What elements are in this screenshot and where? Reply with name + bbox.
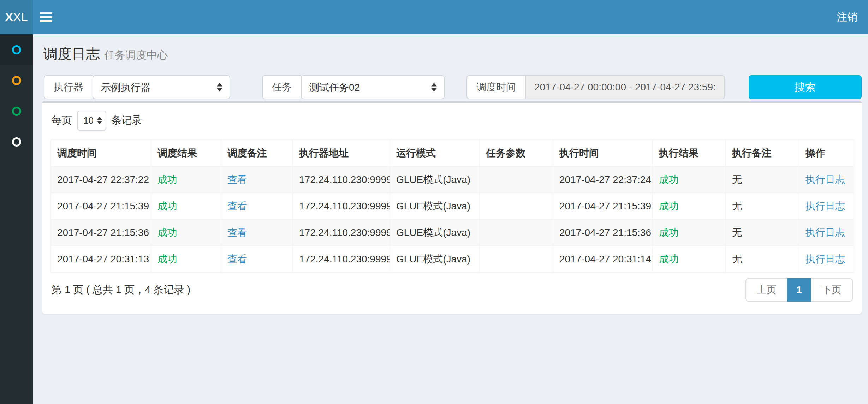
glue-type-cell: GLUE模式(Java) [390,246,480,272]
log-table: 调度时间 调度结果 调度备注 执行器地址 运行模式 任务参数 执行时间 执行结果… [50,139,854,273]
sidebar-item[interactable] [0,34,33,65]
page-size-select[interactable]: 10 [77,111,106,131]
view-trigger-msg-link[interactable]: 查看 [227,227,247,238]
hamburger-icon [40,12,52,22]
sidebar-item[interactable] [0,126,33,157]
page-size-prefix-label: 每页 [52,113,72,127]
job-select[interactable]: 测试任务02 [301,75,445,99]
trigger-time-range-input[interactable] [525,75,725,99]
glue-type-cell: GLUE模式(Java) [390,193,480,219]
executor-filter-group: 执行器 示例执行器 [44,75,230,99]
trigger-result-cell: 成功 [151,246,221,272]
table-footer: 第 1 页 ( 总共 1 页，4 条记录 ) 上页 1 下页 [50,278,854,302]
col-executor-address: 执行器地址 [293,140,390,166]
sidebar-item[interactable] [0,65,33,96]
glue-type-cell: GLUE模式(Java) [390,166,480,193]
executor-filter-label: 执行器 [44,75,93,99]
page-subtitle: 任务调度中心 [104,49,168,61]
job-param-cell [480,246,553,272]
trigger-time-cell: 2017-04-27 21:15:39 [51,193,151,219]
col-trigger-msg: 调度备注 [221,140,293,166]
execution-log-link[interactable]: 执行日志 [805,254,845,265]
handle-result-cell: 成功 [653,246,726,272]
page-title: 调度日志任务调度中心 [43,45,862,64]
handle-time-cell: 2017-04-27 21:15:39 [553,193,653,219]
top-navbar: XXL 注销 [0,0,868,34]
col-job-param: 任务参数 [480,140,553,166]
execution-log-link[interactable]: 执行日志 [805,227,845,238]
app-logo[interactable]: XXL [0,0,33,34]
next-page-button[interactable]: 下页 [810,278,853,302]
col-handle-result: 执行结果 [653,140,726,166]
col-handle-time: 执行时间 [553,140,653,166]
time-filter-label: 调度时间 [466,75,525,99]
view-trigger-msg-link[interactable]: 查看 [227,201,247,212]
page-title-text: 调度日志 [43,46,100,61]
col-glue-type: 运行模式 [390,140,480,166]
trigger-time-cell: 2017-04-27 21:15:36 [51,219,151,246]
table-row: 2017-04-27 20:31:13 成功 查看 172.24.110.230… [51,246,854,272]
table-row: 2017-04-27 22:37:22 成功 查看 172.24.110.230… [51,166,854,193]
circle-icon [12,137,21,147]
logo-text-bold: X [5,10,13,24]
handle-time-cell: 2017-04-27 20:31:14 [553,246,653,272]
trigger-time-cell: 2017-04-27 20:31:13 [51,246,151,272]
trigger-result-cell: 成功 [151,219,221,246]
trigger-time-cell: 2017-04-27 22:37:22 [51,166,151,193]
col-trigger-time: 调度时间 [51,140,151,166]
time-filter-group: 调度时间 [466,75,725,99]
sidebar-toggle-button[interactable] [33,0,59,34]
executor-address-cell: 172.24.110.230:9999 [293,166,390,193]
handle-result-cell: 成功 [653,166,726,193]
job-filter-label: 任务 [262,75,301,99]
job-select-control[interactable]: 测试任务02 [302,76,444,99]
circle-icon [12,107,21,116]
execution-log-link[interactable]: 执行日志 [805,174,845,185]
job-param-cell [480,193,553,219]
job-param-cell [480,219,553,246]
execution-log-link[interactable]: 执行日志 [805,201,845,212]
executor-select-control[interactable]: 示例执行器 [93,76,230,99]
job-param-cell [480,166,553,193]
pagination: 上页 1 下页 [745,278,853,302]
main-content: 调度日志任务调度中心 执行器 示例执行器 任务 测试任务02 调度时间 搜索 每… [33,34,868,404]
table-row: 2017-04-27 21:15:39 成功 查看 172.24.110.230… [51,193,854,219]
circle-icon [12,76,21,85]
table-header-row: 调度时间 调度结果 调度备注 执行器地址 运行模式 任务参数 执行时间 执行结果… [51,140,854,166]
search-button[interactable]: 搜索 [749,75,862,99]
handle-result-cell: 成功 [653,219,726,246]
view-trigger-msg-link[interactable]: 查看 [227,174,247,185]
logout-link[interactable]: 注销 [826,0,868,34]
executor-address-cell: 172.24.110.230:9999 [293,219,390,246]
page-size-row: 每页 10 条记录 [52,110,854,131]
handle-time-cell: 2017-04-27 21:15:36 [553,219,653,246]
executor-select[interactable]: 示例执行器 [93,75,230,99]
content-header: 调度日志任务调度中心 [33,34,868,64]
pagination-summary: 第 1 页 ( 总共 1 页，4 条记录 ) [52,283,190,297]
handle-time-cell: 2017-04-27 22:37:24 [553,166,653,193]
handle-msg-cell: 无 [726,166,799,193]
handle-result-cell: 成功 [653,193,726,219]
handle-msg-cell: 无 [726,219,799,246]
col-trigger-result: 调度结果 [151,140,221,166]
handle-msg-cell: 无 [726,193,799,219]
view-trigger-msg-link[interactable]: 查看 [227,254,247,265]
filter-toolbar: 执行器 示例执行器 任务 测试任务02 调度时间 搜索 [44,75,862,99]
page-size-suffix-label: 条记录 [111,113,142,127]
executor-address-cell: 172.24.110.230:9999 [293,246,390,272]
current-page-button[interactable]: 1 [787,278,811,302]
page-size-select-control[interactable]: 10 [78,111,106,130]
handle-msg-cell: 无 [726,246,799,272]
sidebar [0,34,33,404]
log-panel: 每页 10 条记录 调度时间 调度结果 调度备注 执行器地址 运行模式 任务参数… [42,101,862,314]
executor-address-cell: 172.24.110.230:9999 [293,193,390,219]
prev-page-button[interactable]: 上页 [745,278,788,302]
job-filter-group: 任务 测试任务02 [262,75,445,99]
logo-text: XL [13,10,28,24]
sidebar-item[interactable] [0,96,33,126]
circle-icon [12,45,21,54]
glue-type-cell: GLUE模式(Java) [390,219,480,246]
trigger-result-cell: 成功 [151,166,221,193]
table-row: 2017-04-27 21:15:36 成功 查看 172.24.110.230… [51,219,854,246]
col-action: 操作 [799,140,854,166]
